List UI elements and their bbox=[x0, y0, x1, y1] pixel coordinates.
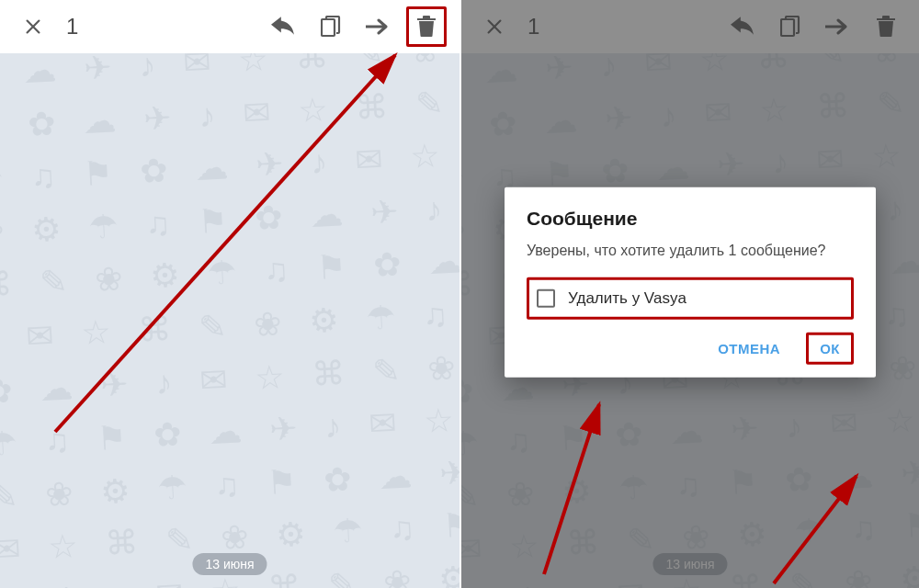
ok-button[interactable]: ОК bbox=[806, 332, 854, 364]
forward-button[interactable] bbox=[358, 6, 399, 47]
svg-rect-0 bbox=[322, 19, 335, 36]
reply-button[interactable] bbox=[263, 6, 303, 47]
selection-toolbar: 1 bbox=[0, 0, 460, 53]
selection-count: 1 bbox=[61, 14, 78, 40]
trash-icon bbox=[417, 16, 436, 38]
close-selection-button[interactable] bbox=[13, 6, 53, 47]
screenshot-left: 1 ✿ ☁ ✈ ♪ ✉ ☆ ⌘ ✎ ❀ ⚙ ☂ ♫ ⚑ ✿ ☁ ✈ ♪ ✉ ☆ … bbox=[0, 0, 460, 588]
close-icon bbox=[23, 17, 43, 37]
cancel-button[interactable]: ОТМЕНА bbox=[709, 333, 789, 363]
copy-icon bbox=[321, 16, 341, 38]
dialog-title: Сообщение bbox=[527, 208, 854, 230]
screenshot-right: 1 ✿ ☁ ✈ ♪ ✉ ☆ ⌘ ✎ ❀ ⚙ ☂ ♫ ⚑ ✿ ☁ ✈ ♪ ✉ ☆ … bbox=[460, 0, 919, 588]
delete-for-both-row[interactable]: Удалить у Vasya bbox=[527, 277, 854, 319]
chat-background: ✿ ☁ ✈ ♪ ✉ ☆ ⌘ ✎ ❀ ⚙ ☂ ♫ ⚑ ✿ ☁ ✈ ♪ ✉ ☆ ⌘ … bbox=[0, 53, 460, 588]
delete-button[interactable] bbox=[406, 6, 447, 47]
checkbox-icon[interactable] bbox=[537, 288, 555, 307]
dialog-actions: ОТМЕНА ОК bbox=[527, 332, 854, 364]
delete-confirm-dialog: Сообщение Уверены, что хотите удалить 1 … bbox=[505, 187, 876, 378]
doodle-pattern: ✿ ☁ ✈ ♪ ✉ ☆ ⌘ ✎ ❀ ⚙ ☂ ♫ ⚑ ✿ ☁ ✈ ♪ ✉ ☆ ⌘ … bbox=[0, 53, 460, 588]
forward-icon bbox=[366, 18, 391, 35]
reply-icon bbox=[271, 17, 295, 37]
checkbox-label: Удалить у Vasya bbox=[568, 288, 686, 307]
copy-button[interactable] bbox=[311, 6, 351, 47]
dialog-body: Уверены, что хотите удалить 1 сообщение? bbox=[527, 241, 854, 261]
date-chip: 13 июня bbox=[192, 553, 267, 575]
